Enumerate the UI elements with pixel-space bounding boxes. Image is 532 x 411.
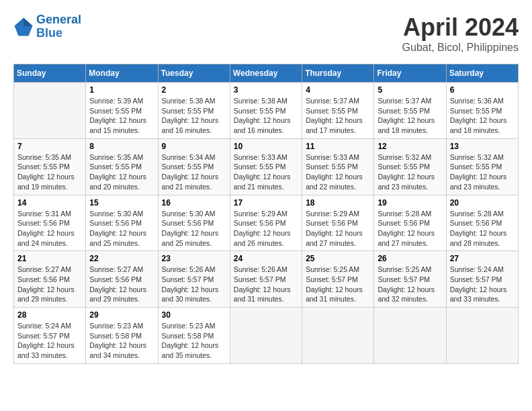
day-info: Sunrise: 5:29 AMSunset: 5:56 PMDaylight:…	[306, 209, 370, 248]
calendar-cell: 2Sunrise: 5:38 AMSunset: 5:55 PMDaylight…	[158, 83, 230, 139]
calendar-cell	[446, 308, 518, 364]
day-number: 26	[378, 254, 442, 263]
day-number: 3	[234, 85, 298, 95]
day-number: 9	[162, 142, 226, 151]
calendar-table: SundayMondayTuesdayWednesdayThursdayFrid…	[13, 64, 519, 364]
day-number: 29	[89, 310, 154, 320]
day-info: Sunrise: 5:32 AMSunset: 5:55 PMDaylight:…	[450, 152, 515, 192]
day-info: Sunrise: 5:38 AMSunset: 5:55 PMDaylight:…	[234, 96, 298, 136]
calendar-cell: 25Sunrise: 5:25 AMSunset: 5:57 PMDayligh…	[302, 251, 374, 308]
calendar-cell: 27Sunrise: 5:24 AMSunset: 5:57 PMDayligh…	[446, 251, 518, 308]
day-number: 21	[17, 254, 82, 263]
calendar-cell: 26Sunrise: 5:25 AMSunset: 5:57 PMDayligh…	[374, 251, 446, 308]
calendar-week-row: 14Sunrise: 5:31 AMSunset: 5:56 PMDayligh…	[14, 195, 519, 251]
day-number: 18	[306, 198, 370, 208]
calendar-cell: 5Sunrise: 5:37 AMSunset: 5:55 PMDaylight…	[374, 83, 446, 139]
day-number: 22	[89, 254, 154, 263]
day-number: 14	[17, 198, 82, 208]
day-info: Sunrise: 5:29 AMSunset: 5:56 PMDaylight:…	[234, 209, 298, 248]
calendar-cell: 10Sunrise: 5:33 AMSunset: 5:55 PMDayligh…	[230, 138, 302, 195]
logo-line2: Blue	[36, 26, 62, 40]
day-info: Sunrise: 5:39 AMSunset: 5:55 PMDaylight:…	[89, 96, 154, 136]
day-info: Sunrise: 5:32 AMSunset: 5:55 PMDaylight:…	[378, 152, 442, 192]
day-number: 7	[17, 142, 82, 151]
day-info: Sunrise: 5:30 AMSunset: 5:56 PMDaylight:…	[162, 209, 226, 248]
calendar-cell: 4Sunrise: 5:37 AMSunset: 5:55 PMDaylight…	[302, 83, 374, 139]
calendar-cell: 23Sunrise: 5:26 AMSunset: 5:57 PMDayligh…	[158, 251, 230, 308]
day-info: Sunrise: 5:26 AMSunset: 5:57 PMDaylight:…	[234, 265, 298, 304]
calendar-cell	[230, 308, 302, 364]
calendar-cell: 11Sunrise: 5:33 AMSunset: 5:55 PMDayligh…	[302, 138, 374, 195]
day-info: Sunrise: 5:33 AMSunset: 5:55 PMDaylight:…	[234, 152, 298, 192]
day-info: Sunrise: 5:27 AMSunset: 5:56 PMDaylight:…	[17, 265, 82, 304]
day-number: 19	[378, 198, 442, 208]
calendar-cell: 16Sunrise: 5:30 AMSunset: 5:56 PMDayligh…	[158, 195, 230, 251]
calendar-cell: 24Sunrise: 5:26 AMSunset: 5:57 PMDayligh…	[230, 251, 302, 308]
calendar-week-row: 28Sunrise: 5:24 AMSunset: 5:57 PMDayligh…	[14, 308, 519, 364]
day-info: Sunrise: 5:25 AMSunset: 5:57 PMDaylight:…	[378, 265, 442, 304]
calendar-cell: 20Sunrise: 5:28 AMSunset: 5:56 PMDayligh…	[446, 195, 518, 251]
calendar-cell	[302, 308, 374, 364]
svg-marker-1	[24, 17, 33, 26]
day-info: Sunrise: 5:27 AMSunset: 5:56 PMDaylight:…	[89, 265, 154, 304]
weekday-header: Thursday	[302, 64, 374, 83]
logo-icon	[13, 17, 34, 37]
day-number: 15	[89, 198, 154, 208]
logo-text: General Blue	[36, 13, 81, 40]
day-number: 6	[450, 85, 515, 95]
calendar-week-row: 1Sunrise: 5:39 AMSunset: 5:55 PMDaylight…	[14, 83, 519, 139]
page-header: General Blue April 2024 Gubat, Bicol, Ph…	[13, 13, 519, 54]
day-number: 5	[378, 85, 442, 95]
weekday-header: Sunday	[14, 64, 86, 83]
calendar-cell: 28Sunrise: 5:24 AMSunset: 5:57 PMDayligh…	[14, 308, 86, 364]
weekday-header: Friday	[374, 64, 446, 83]
calendar-cell: 1Sunrise: 5:39 AMSunset: 5:55 PMDaylight…	[86, 83, 158, 139]
calendar-cell: 13Sunrise: 5:32 AMSunset: 5:55 PMDayligh…	[446, 138, 518, 195]
title-block: April 2024 Gubat, Bicol, Philippines	[402, 13, 519, 54]
day-number: 17	[234, 198, 298, 208]
calendar-cell: 8Sunrise: 5:35 AMSunset: 5:55 PMDaylight…	[86, 138, 158, 195]
day-info: Sunrise: 5:35 AMSunset: 5:55 PMDaylight:…	[89, 152, 154, 192]
day-info: Sunrise: 5:28 AMSunset: 5:56 PMDaylight:…	[378, 209, 442, 248]
calendar-cell: 30Sunrise: 5:23 AMSunset: 5:58 PMDayligh…	[158, 308, 230, 364]
calendar-week-row: 21Sunrise: 5:27 AMSunset: 5:56 PMDayligh…	[14, 251, 519, 308]
day-info: Sunrise: 5:23 AMSunset: 5:58 PMDaylight:…	[89, 321, 154, 361]
day-info: Sunrise: 5:36 AMSunset: 5:55 PMDaylight:…	[450, 96, 515, 136]
calendar-cell	[14, 83, 86, 139]
day-info: Sunrise: 5:37 AMSunset: 5:55 PMDaylight:…	[306, 96, 370, 136]
calendar-week-row: 7Sunrise: 5:35 AMSunset: 5:55 PMDaylight…	[14, 138, 519, 195]
calendar-cell: 22Sunrise: 5:27 AMSunset: 5:56 PMDayligh…	[86, 251, 158, 308]
day-info: Sunrise: 5:34 AMSunset: 5:55 PMDaylight:…	[162, 152, 226, 192]
calendar-cell: 3Sunrise: 5:38 AMSunset: 5:55 PMDaylight…	[230, 83, 302, 139]
day-number: 25	[306, 254, 370, 263]
day-number: 11	[306, 142, 370, 151]
calendar-cell: 15Sunrise: 5:30 AMSunset: 5:56 PMDayligh…	[86, 195, 158, 251]
day-info: Sunrise: 5:23 AMSunset: 5:58 PMDaylight:…	[162, 321, 226, 361]
calendar-cell: 9Sunrise: 5:34 AMSunset: 5:55 PMDaylight…	[158, 138, 230, 195]
calendar-cell: 17Sunrise: 5:29 AMSunset: 5:56 PMDayligh…	[230, 195, 302, 251]
day-number: 16	[162, 198, 226, 208]
day-number: 27	[450, 254, 515, 263]
day-number: 23	[162, 254, 226, 263]
day-info: Sunrise: 5:30 AMSunset: 5:56 PMDaylight:…	[89, 209, 154, 248]
day-number: 8	[89, 142, 154, 151]
page-title: April 2024	[402, 13, 519, 42]
day-number: 4	[306, 85, 370, 95]
calendar-cell: 21Sunrise: 5:27 AMSunset: 5:56 PMDayligh…	[14, 251, 86, 308]
day-info: Sunrise: 5:37 AMSunset: 5:55 PMDaylight:…	[378, 96, 442, 136]
calendar-cell: 12Sunrise: 5:32 AMSunset: 5:55 PMDayligh…	[374, 138, 446, 195]
calendar-cell	[374, 308, 446, 364]
day-number: 28	[17, 310, 82, 320]
day-info: Sunrise: 5:38 AMSunset: 5:55 PMDaylight:…	[162, 96, 226, 136]
logo: General Blue	[13, 13, 81, 40]
weekday-header: Wednesday	[230, 64, 302, 83]
day-number: 12	[378, 142, 442, 151]
day-number: 1	[89, 85, 154, 95]
weekday-header: Saturday	[446, 64, 518, 83]
calendar-cell: 14Sunrise: 5:31 AMSunset: 5:56 PMDayligh…	[14, 195, 86, 251]
day-number: 10	[234, 142, 298, 151]
weekday-header: Monday	[86, 64, 158, 83]
calendar-cell: 19Sunrise: 5:28 AMSunset: 5:56 PMDayligh…	[374, 195, 446, 251]
header-row: SundayMondayTuesdayWednesdayThursdayFrid…	[14, 64, 519, 83]
day-info: Sunrise: 5:33 AMSunset: 5:55 PMDaylight:…	[306, 152, 370, 192]
